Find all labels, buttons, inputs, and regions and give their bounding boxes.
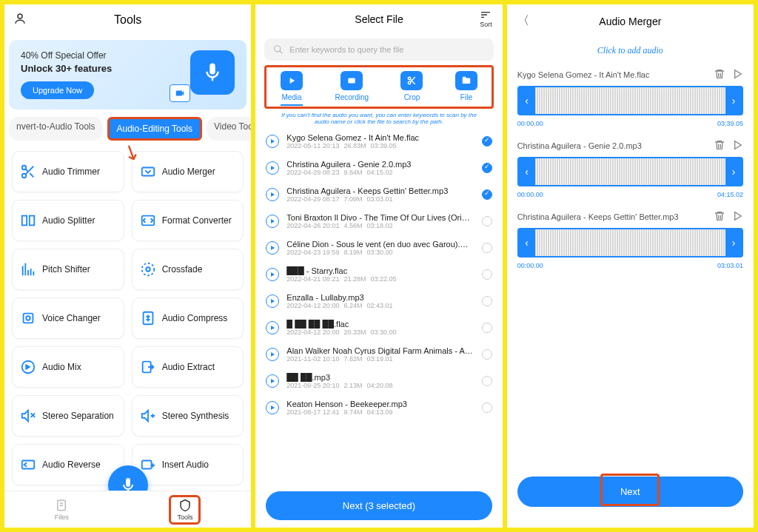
svg-point-21 xyxy=(354,78,355,80)
select-checkbox[interactable] xyxy=(482,216,492,226)
tool-audio-merger[interactable]: Audio Merger xyxy=(132,151,244,192)
delete-icon[interactable] xyxy=(714,139,725,152)
tab-media[interactable]: Media xyxy=(281,71,303,106)
play-icon[interactable] xyxy=(266,401,279,414)
tool-format-converter[interactable]: Format Converter xyxy=(132,200,244,241)
file-row[interactable]: Enzalla - Lullaby.mp3 2022-04-12 20:006.… xyxy=(255,288,502,314)
play-icon[interactable] xyxy=(266,135,279,148)
tab-recording[interactable]: Recording xyxy=(335,71,369,106)
play-icon[interactable] xyxy=(266,268,279,281)
tab-convert-audio[interactable]: nvert-to-Audio Tools xyxy=(9,117,103,141)
track-times: 00:00.0004:15.02 xyxy=(517,191,743,198)
tool-audio-splitter[interactable]: Audio Splitter xyxy=(12,200,124,241)
trim-left-handle[interactable]: ‹ xyxy=(519,158,535,185)
file-row[interactable]: Kygo Selena Gomez - It Ain't Me.flac 202… xyxy=(255,128,502,155)
tool-crossfade[interactable]: Crossfade xyxy=(132,249,244,290)
file-row[interactable]: Toni Braxton Il Divo - The Time Of Our L… xyxy=(255,208,502,235)
play-icon[interactable] xyxy=(731,139,743,152)
select-checkbox[interactable] xyxy=(482,403,492,413)
bottom-nav: Files Tools xyxy=(4,491,251,528)
select-checkbox[interactable] xyxy=(482,189,492,200)
waveform[interactable]: ‹ › xyxy=(517,228,743,257)
select-checkbox[interactable] xyxy=(482,376,492,386)
tool-stereo-synthesis[interactable]: Stereo Synthesis xyxy=(132,395,244,437)
trim-right-handle[interactable]: › xyxy=(725,158,742,185)
trim-right-handle[interactable]: › xyxy=(725,229,742,256)
upgrade-button[interactable]: Upgrade Now xyxy=(21,81,94,99)
select-checkbox[interactable] xyxy=(482,243,492,253)
tool-voice-changer[interactable]: Voice Changer xyxy=(12,297,124,339)
file-row[interactable]: Christina Aguilera - Keeps Gettin' Bette… xyxy=(255,181,502,208)
track-item: Christina Aguilera - Genie 2.0.mp3 ‹ › 0… xyxy=(507,135,754,206)
file-row[interactable]: █ ██ ██ ██.flac 2022-04-12 20:0020.33M03… xyxy=(255,314,502,341)
tab-video-tools[interactable]: Video Tools xyxy=(207,117,251,141)
waveform[interactable]: ‹ › xyxy=(517,157,743,186)
tab-file[interactable]: File xyxy=(455,71,477,106)
file-row[interactable]: Keaton Henson - Beekeeper.mp3 2021-08-17… xyxy=(255,394,502,421)
file-meta: 2022-04-29 08:239.84M04:15.02 xyxy=(286,169,474,176)
select-checkbox[interactable] xyxy=(482,323,492,333)
synthesis-icon xyxy=(140,408,156,424)
waveform-canvas xyxy=(535,158,725,185)
play-icon[interactable] xyxy=(266,161,279,175)
svg-point-19 xyxy=(275,46,281,52)
select-checkbox[interactable] xyxy=(482,163,492,173)
play-icon[interactable] xyxy=(266,241,279,255)
next-button[interactable]: Next (3 selected) xyxy=(266,491,492,520)
file-row[interactable]: Christina Aguilera - Genie 2.0.mp3 2022-… xyxy=(255,155,502,181)
tool-audio-compress[interactable]: Audio Compress xyxy=(132,297,244,339)
tool-insert-audio[interactable]: Insert Audio xyxy=(132,444,244,485)
tools-header: Tools xyxy=(4,4,251,36)
tool-audio-mix[interactable]: Audio Mix xyxy=(12,346,124,388)
source-tabs: Media Recording Crop File xyxy=(255,65,502,109)
media-icon xyxy=(281,71,303,90)
next-button[interactable]: Next xyxy=(517,477,743,507)
crossfade-icon xyxy=(140,261,156,277)
add-audio-link[interactable]: Click to add audio xyxy=(507,38,754,64)
tab-audio-editing[interactable]: Audio-Editing Tools xyxy=(107,117,203,141)
delete-icon[interactable] xyxy=(714,68,725,81)
profile-icon[interactable] xyxy=(13,12,27,28)
tool-audio-extract[interactable]: Audio Extract xyxy=(132,346,244,388)
file-row[interactable]: Alan Walker Noah Cyrus Digital Farm Anim… xyxy=(255,341,502,368)
select-checkbox[interactable] xyxy=(482,269,492,280)
trim-left-handle[interactable]: ‹ xyxy=(519,229,535,256)
select-file-header: Select File Sort xyxy=(255,4,502,34)
trim-left-handle[interactable]: ‹ xyxy=(519,87,535,114)
back-button[interactable]: 〈 xyxy=(517,13,529,29)
select-checkbox[interactable] xyxy=(482,296,492,306)
select-checkbox[interactable] xyxy=(482,136,492,147)
file-row[interactable]: ██ ██.mp3 2021-09-25 20:102.13M04:20.08 xyxy=(255,368,502,394)
search-input[interactable]: Enter keywords to query the file xyxy=(264,38,493,61)
track-item: Kygo Selena Gomez - It Ain't Me.flac ‹ ›… xyxy=(507,64,754,135)
trim-right-handle[interactable]: › xyxy=(725,87,742,114)
file-name: ███ - Starry.flac xyxy=(286,266,474,275)
play-icon[interactable] xyxy=(266,374,279,388)
play-icon[interactable] xyxy=(266,348,279,361)
tool-pitch-shifter[interactable]: Pitch Shifter xyxy=(12,249,124,290)
sort-button[interactable]: Sort xyxy=(480,10,492,28)
tool-audio-trimmer[interactable]: Audio Trimmer xyxy=(12,151,124,192)
tool-audio-reverse[interactable]: Audio Reverse xyxy=(12,444,124,485)
play-icon[interactable] xyxy=(266,321,279,334)
file-row[interactable]: Céline Dion - Sous le vent (en duo avec … xyxy=(255,235,502,261)
play-icon[interactable] xyxy=(266,188,279,201)
tab-crop[interactable]: Crop xyxy=(400,71,423,106)
play-icon[interactable] xyxy=(266,215,279,228)
nav-files[interactable]: Files xyxy=(55,499,69,521)
file-row[interactable]: ███ - Starry.flac 2022-04-21 08:2121.28M… xyxy=(255,261,502,288)
svg-point-2 xyxy=(22,174,27,178)
file-list[interactable]: Kygo Selena Gomez - It Ain't Me.flac 202… xyxy=(255,128,502,484)
waveform[interactable]: ‹ › xyxy=(517,86,743,115)
promo-banner[interactable]: 40% Off Special Offer Unlock 30+ feature… xyxy=(9,40,246,110)
tool-stereo-separation[interactable]: Stereo Separation xyxy=(12,395,124,437)
search-icon xyxy=(273,44,284,55)
waveform-canvas xyxy=(535,87,725,114)
play-icon[interactable] xyxy=(266,294,279,308)
nav-tools[interactable]: Tools xyxy=(169,495,201,525)
select-checkbox[interactable] xyxy=(482,349,492,360)
trimmer-icon xyxy=(20,164,36,180)
play-icon[interactable] xyxy=(731,68,743,81)
play-icon[interactable] xyxy=(731,210,743,223)
delete-icon[interactable] xyxy=(714,210,725,223)
